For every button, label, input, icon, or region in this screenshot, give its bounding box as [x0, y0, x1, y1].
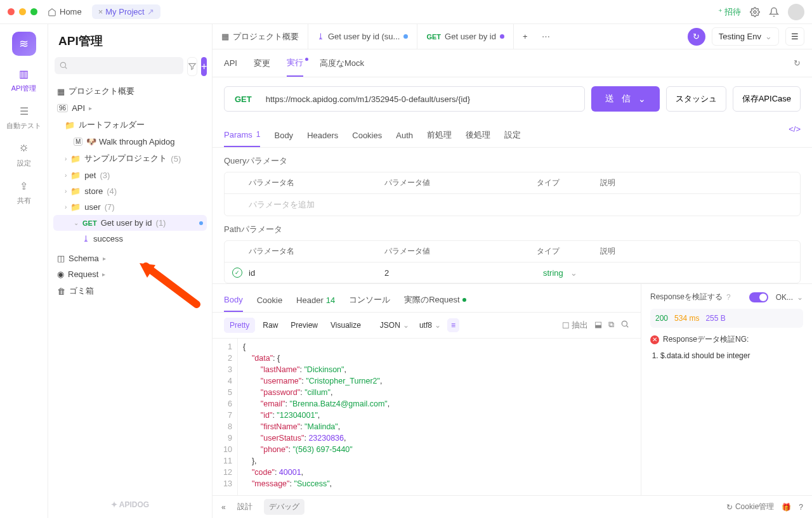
footer-design[interactable]: 設計 [232, 499, 258, 515]
encoding-select[interactable]: utf8⌄ [416, 318, 445, 332]
param-tab-cookies[interactable]: Cookies [352, 124, 382, 147]
send-button[interactable]: 送 信 ⌄ [591, 86, 660, 112]
invite-button[interactable]: ⁺招待 [718, 6, 741, 18]
maximize-window[interactable] [30, 8, 37, 15]
resp-tab-body[interactable]: Body [224, 290, 243, 312]
param-tab-post[interactable]: 後処理 [466, 124, 490, 147]
close-window[interactable] [8, 8, 15, 15]
rail-api-mgmt[interactable]: ▥ API管理 [11, 66, 37, 93]
tree-pet[interactable]: › 📁 pet (3) [53, 167, 207, 183]
home-link[interactable]: Home [48, 7, 82, 16]
tree-api-root[interactable]: 96 API ▸ [53, 100, 207, 116]
param-type-select[interactable]: string ⌄ [543, 268, 606, 278]
subtab-api[interactable]: API [224, 51, 237, 75]
help-icon[interactable]: ? [726, 293, 731, 302]
param-tab-settings[interactable]: 設定 [504, 124, 521, 147]
tab-get-user-1[interactable]: ⤓ Get user by id (su... [308, 24, 417, 49]
copy-icon[interactable]: ⧉ [608, 320, 614, 331]
tree-trash[interactable]: 🗑 ゴミ箱 [53, 282, 207, 300]
param-tab-auth[interactable]: Auth [396, 124, 413, 147]
tree-success-case[interactable]: ⤓ success [53, 231, 207, 247]
settings-icon: ⛭ [16, 141, 32, 156]
col-header: パラメータ名 [232, 246, 384, 257]
new-tab-button[interactable]: + [514, 24, 537, 49]
view-pretty[interactable]: Pretty [224, 318, 255, 333]
check-icon[interactable]: ✓ [232, 268, 242, 278]
sync-icon[interactable]: ↻ [688, 28, 705, 46]
subtab-mock[interactable]: 高度なMock [320, 51, 364, 76]
path-param-row[interactable]: ✓ id 2 string ⌄ [225, 262, 800, 283]
environment-select[interactable]: Testing Env ⌄ [712, 27, 779, 46]
menu-icon[interactable]: ☰ [785, 27, 804, 46]
avatar[interactable] [788, 4, 804, 20]
validation-ok[interactable]: OK... [776, 293, 793, 302]
view-preview[interactable]: Preview [285, 318, 323, 332]
format-select[interactable]: JSON⌄ [376, 318, 413, 332]
error-icon: ✕ [650, 335, 659, 344]
param-tab-body[interactable]: Body [274, 124, 293, 147]
subtab-change[interactable]: 変更 [254, 51, 270, 76]
tree-walk-apidog[interactable]: M 🐶 Walk through Apidog [53, 134, 207, 150]
close-icon[interactable]: × [98, 7, 103, 16]
param-tab-pre[interactable]: 前処理 [427, 124, 452, 147]
bell-icon[interactable] [769, 7, 779, 17]
subtab-run[interactable]: 実行 [287, 50, 303, 77]
tree-schema[interactable]: ◫ Schema ▸ [53, 250, 207, 266]
tree-store[interactable]: › 📁 store (4) [53, 183, 207, 199]
tab-overflow-menu[interactable]: ⋯ [537, 32, 555, 41]
tab-get-user-2[interactable]: GET Get user by id [417, 24, 514, 49]
rail-settings[interactable]: ⛭ 設定 [16, 141, 32, 168]
minimize-window[interactable] [19, 8, 26, 15]
view-raw[interactable]: Raw [258, 318, 283, 332]
history-icon[interactable]: ↻ [794, 58, 801, 68]
add-param-placeholder[interactable]: パラメータを追加 [232, 199, 384, 210]
gift-icon[interactable]: 🎁 [782, 503, 791, 512]
method-select[interactable]: GET [225, 94, 262, 104]
footer-debug[interactable]: デバッグ [264, 499, 304, 515]
gear-icon[interactable] [750, 7, 760, 17]
collapse-icon[interactable]: « [221, 503, 226, 512]
validation-toggle[interactable] [749, 292, 768, 302]
error-title: Responseデータ検証NG: [663, 334, 749, 345]
rail-share[interactable]: ⇪ 共有 [16, 178, 32, 205]
search-icon[interactable] [620, 320, 629, 331]
extract-button[interactable]: ☐抽出 [562, 320, 588, 331]
resp-tab-header[interactable]: Header 14 [296, 290, 335, 312]
param-tab-params[interactable]: Params 1 [224, 124, 260, 147]
param-tab-headers[interactable]: Headers [307, 124, 338, 147]
request-icon: ◉ [57, 269, 64, 279]
tree-label: API [72, 103, 85, 113]
search-input[interactable] [55, 57, 183, 74]
param-value[interactable]: 2 [384, 268, 543, 278]
rail-auto-test[interactable]: ☰ 自動テスト [6, 103, 41, 131]
tree-count: (3) [100, 171, 110, 180]
resp-tab-actual[interactable]: 実際のRequest [404, 290, 466, 312]
stash-button[interactable]: スタッシュ [666, 86, 726, 112]
project-tab[interactable]: × My Project ↗ [92, 4, 160, 19]
param-name[interactable]: id [249, 268, 384, 278]
tree-get-user-by-id[interactable]: ⌄ GET Get user by id (1) [53, 215, 207, 231]
tab-overview[interactable]: ▦ プロジェクト概要 [213, 24, 308, 49]
add-button[interactable]: + [201, 57, 207, 76]
cookie-mgmt-button[interactable]: ↻ Cookie管理 [726, 502, 774, 512]
url-input[interactable]: https://mock.apidog.com/m1/352945-0-defa… [262, 88, 584, 110]
resp-tab-cookie[interactable]: Cookie [257, 290, 282, 312]
tree-project-overview[interactable]: ▦ プロジェクト概要 [53, 82, 207, 100]
save-case-button[interactable]: 保存APICase [733, 86, 801, 112]
tree-count: (1) [156, 218, 166, 228]
code-icon[interactable]: </> [789, 124, 801, 147]
tree-sample-project[interactable]: › 📁 サンプルプロジェクト (5) [53, 150, 207, 167]
tree-request[interactable]: ◉ Request ▸ [53, 266, 207, 282]
view-visualize[interactable]: Visualize [325, 318, 366, 332]
window-controls[interactable] [8, 8, 37, 15]
tree-user[interactable]: › 📁 user (7) [53, 199, 207, 215]
help-icon[interactable]: ? [799, 503, 803, 512]
save-icon[interactable]: ⬓ [594, 320, 602, 331]
resp-tab-console[interactable]: コンソール [349, 290, 390, 312]
wrap-toggle[interactable]: ≡ [447, 318, 459, 332]
tab-label: プロジェクト概要 [233, 31, 299, 42]
filter-button[interactable] [187, 57, 197, 76]
chevron-down-icon: ⌄ [74, 219, 79, 226]
response-body[interactable]: 12345678910111213 { "data": { "lastName"… [213, 339, 641, 495]
tree-root-folder[interactable]: 📁 ルートフォルダー [53, 116, 207, 134]
